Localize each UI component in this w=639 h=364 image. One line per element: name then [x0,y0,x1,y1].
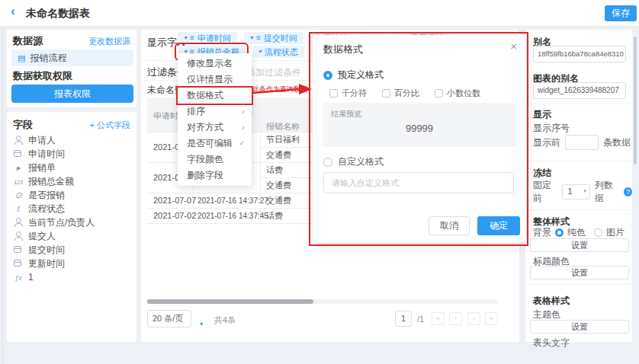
menu-item-detail-only[interactable]: 仅详情显示 [178,72,252,88]
show-first-prefix: 显示前 [533,136,560,149]
calendar-icon [13,149,24,158]
thousand-separator-checkbox[interactable]: 千分符 [329,88,367,99]
field-item[interactable]: 流程状态 [13,202,132,216]
menu-item-label: 数据格式 [187,90,223,101]
freeze-suffix: 列数据 [595,179,619,205]
modal-title: 数据格式 [323,43,363,56]
freeze-section-title: 冻结 [533,167,551,180]
show-first-input[interactable] [565,135,599,150]
chip-label: 流程状态 [265,46,298,58]
field-item[interactable]: 更新时间 [13,257,132,270]
report-permission-button[interactable]: 报表权限 [11,85,133,103]
checkbox-icon [435,89,443,97]
field-item[interactable]: 是否报销 [13,188,132,202]
menu-item-sort[interactable]: 排序› [178,104,252,120]
title-color-setting-button[interactable]: 设置 [530,266,629,279]
custom-format-option[interactable]: 自定义格式 [323,155,384,168]
field-item[interactable]: 当前节点/负责人 [13,216,132,229]
preview-label: 结果预览 [331,109,361,120]
cell-submit-time: 2021-07-16 14:37:45 [197,212,268,220]
close-icon[interactable]: × [510,40,517,53]
menu-item-data-format[interactable]: 数据格式 [178,88,252,104]
theme-color-setting-button[interactable]: 设置 [530,320,629,334]
chevron-down-icon: ▾ [250,35,253,41]
prev-page-button[interactable]: ‹ [449,312,462,325]
back-icon[interactable]: ‹ [11,4,15,19]
page-total-label: /1 [417,315,424,324]
field-item[interactable]: 申请人 [13,133,132,147]
checkbox-icon [329,89,338,97]
save-button[interactable]: 保存 [605,5,637,21]
field-item[interactable]: 提交人 [13,229,132,243]
cancel-button[interactable]: 取消 [429,216,470,235]
horizontal-scrollbar-thumb[interactable] [147,299,313,304]
menu-item-field-color[interactable]: 字段颜色 [178,152,252,168]
fields-title: 字段 [13,118,33,132]
field-context-menu: 修改显示名 仅详情显示 数据格式 排序› 对齐方式› 是否可编辑✓ 字段颜色 删… [178,53,252,186]
field-label: 1 [28,272,34,283]
data-format-modal: 数据格式 × 预定义格式 千分符 百分比 小数位数 结果预览 99999 自定义… [313,35,526,242]
fields-panel: 字段 + 公式字段 申请人 申请时间 报销单 报销总金额 是否报销 流程状态 当… [6,111,137,343]
last-page-button[interactable]: » [485,312,498,325]
field-label: 流程状态 [28,203,65,216]
divider [525,104,634,104]
decimal-places-checkbox[interactable]: 小数位数 [435,88,480,99]
chevron-down-icon: ▾ [583,188,586,194]
preview-value: 99999 [323,123,515,134]
checkbox-label: 小数位数 [447,88,480,99]
display-field-chip[interactable]: ▾流程状态 [252,46,304,58]
add-formula-field-link[interactable]: + 公式字段 [90,120,130,131]
next-page-button[interactable]: › [467,312,480,325]
chevron-down-icon: ▾ [258,49,262,55]
person-icon [13,218,24,227]
custom-format-input[interactable]: 请输入自定义格式 [323,172,514,193]
menu-item-align[interactable]: 对齐方式› [178,120,252,136]
datasource-item[interactable]: ▤ 报销流程 [11,49,133,66]
menu-item-delete-field[interactable]: 删除字段 [178,168,252,184]
radio-label: 自定义格式 [338,155,384,168]
field-item[interactable]: 报销单 [13,161,132,174]
col-header-expense-name: 报销名称 [266,121,300,133]
radio-unselected-icon[interactable] [594,228,602,237]
show-index-label[interactable]: 显示序号 [533,122,570,135]
expand-caret-icon [13,163,24,172]
text-cursor-icon [13,204,24,213]
display-field-chip[interactable]: ▾≡提交时间 [244,32,303,44]
background-setting-button[interactable]: 设置 [530,238,629,252]
percent-checkbox[interactable]: 百分比 [382,88,419,99]
total-count-label: 共4条 [214,315,236,326]
vertical-scrollbar-thumb[interactable] [634,37,637,164]
filter-placeholder[interactable]: 添加过滤条件 [246,66,301,79]
submenu-arrow-icon: › [242,120,245,136]
page-size-select[interactable]: 20 条/页 ▾ [147,310,191,327]
menu-item-rename[interactable]: 修改显示名 [178,56,252,72]
check-icon: ✓ [239,136,245,152]
checkbox-label: 千分符 [342,88,367,99]
freeze-value: 1 [567,187,572,196]
field-item[interactable]: 申请时间 [13,147,132,161]
menu-item-label: 仅详情显示 [187,74,233,85]
widget-alias-input[interactable]: widget_1626339488207 [533,82,626,99]
radio-selected-icon[interactable] [555,228,564,237]
predefined-format-option[interactable]: 预定义格式 [323,69,384,81]
current-page-box[interactable]: 1 [395,311,412,327]
menu-item-editable[interactable]: 是否可编辑✓ [178,136,252,152]
display-field-chip[interactable]: ▾≡申请时间 [178,32,237,44]
page-title: 未命名数据表 [26,7,90,21]
help-icon[interactable]: ? [624,187,632,196]
radio-unselected-icon [323,158,332,167]
horizontal-scrollbar-track [147,299,498,304]
alias-input[interactable]: 18ff59fb16ba78ca84e8310 [533,46,626,62]
field-label: 报销总金额 [28,175,74,188]
change-datasource-link[interactable]: 更改数据源 [88,36,130,47]
confirm-button[interactable]: 确定 [477,216,520,235]
form-icon: ▤ [18,54,25,62]
freeze-count-select[interactable]: 1 ▾ [562,184,589,200]
cell-expense-name: 节日福利 [266,134,300,145]
first-page-button[interactable]: « [432,312,445,325]
radio-label: 预定义格式 [338,69,384,81]
field-item[interactable]: 提交时间 [13,243,132,257]
field-item[interactable]: 1 [13,270,132,284]
divider [525,209,634,210]
field-item[interactable]: 报销总金额 [13,174,132,188]
